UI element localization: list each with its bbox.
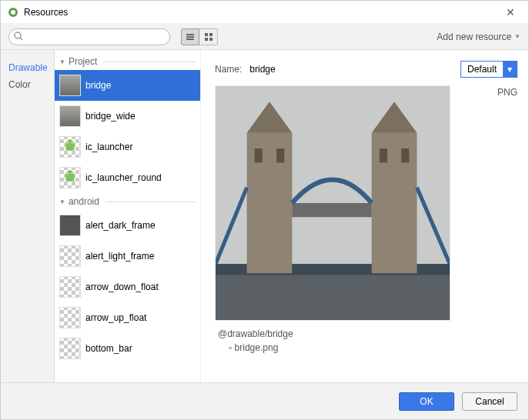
window-icon — [7, 6, 19, 18]
svg-point-1 — [11, 10, 15, 15]
grid-view-button[interactable] — [199, 28, 218, 45]
svg-rect-6 — [186, 38, 194, 40]
category-color[interactable]: Color — [8, 76, 54, 93]
svg-point-2 — [15, 32, 21, 38]
search-icon — [13, 31, 24, 44]
thumbnail — [59, 105, 81, 127]
resource-item[interactable]: alert_dark_frame — [55, 210, 200, 241]
preview-pane: Name: bridge Default ▾ PNG — [201, 50, 528, 382]
thumbnail — [59, 75, 81, 96]
svg-rect-27 — [380, 148, 387, 162]
svg-line-3 — [20, 38, 22, 40]
svg-rect-28 — [401, 148, 409, 162]
name-value: bridge — [249, 64, 275, 75]
resource-item[interactable]: bridge_wide — [55, 101, 200, 132]
config-dropdown[interactable]: Default ▾ — [460, 61, 517, 78]
resource-label: ic_launcher — [85, 142, 132, 152]
svg-rect-22 — [292, 203, 371, 217]
toolbar: Add new resource ▼ — [1, 24, 528, 50]
svg-rect-19 — [372, 133, 417, 273]
config-label: Default — [461, 64, 503, 75]
svg-rect-10 — [209, 38, 213, 41]
svg-point-11 — [67, 142, 69, 144]
preview-image — [215, 85, 450, 321]
resource-list[interactable]: ▼Projectbridgebridge_wideic_launcheric_l… — [55, 50, 201, 382]
svg-rect-16 — [216, 273, 450, 320]
titlebar: Resources ✕ — [1, 1, 528, 24]
thumbnail — [59, 136, 81, 158]
resource-label: alert_light_frame — [85, 251, 154, 262]
name-label: Name: — [215, 64, 242, 75]
resource-item[interactable]: bottom_bar — [55, 333, 200, 364]
thumbnail — [59, 167, 81, 188]
category-drawable[interactable]: Drawable — [8, 59, 54, 76]
close-icon[interactable]: ✕ — [499, 6, 522, 18]
resource-path: @drawable/bridge — [218, 328, 517, 339]
category-list: DrawableColor — [1, 50, 55, 382]
svg-rect-4 — [186, 34, 194, 35]
svg-rect-9 — [205, 38, 208, 41]
svg-rect-18 — [247, 133, 293, 273]
svg-point-13 — [67, 173, 69, 175]
resource-item[interactable]: alert_light_frame — [55, 241, 200, 272]
cancel-button[interactable]: Cancel — [462, 392, 517, 411]
resource-file: ▫ bridge.png — [229, 342, 517, 353]
svg-point-12 — [72, 142, 73, 144]
format-label: PNG — [497, 87, 517, 98]
resource-label: arrow_up_float — [85, 312, 146, 323]
svg-rect-7 — [205, 33, 208, 36]
svg-rect-26 — [276, 148, 284, 162]
svg-rect-25 — [255, 148, 263, 162]
search-wrap — [8, 28, 170, 45]
footer: OK Cancel — [1, 382, 528, 419]
list-view-button[interactable] — [181, 28, 199, 45]
thumbnail — [59, 307, 81, 328]
resource-label: bridge_wide — [85, 111, 136, 122]
add-resource-label: Add new resource — [437, 32, 511, 42]
resource-item[interactable]: arrow_down_float — [55, 272, 200, 302]
chevron-down-icon: ▼ — [514, 33, 521, 40]
content: DrawableColor ▼Projectbridgebridge_widei… — [1, 50, 528, 382]
resource-label: bottom_bar — [85, 343, 132, 354]
resource-item[interactable]: ic_launcher — [55, 132, 200, 162]
view-toggle — [181, 28, 218, 45]
ok-button[interactable]: OK — [399, 392, 454, 411]
resource-label: alert_dark_frame — [85, 220, 156, 231]
resource-item[interactable]: arrow_up_float — [55, 302, 200, 333]
resource-item[interactable]: ic_launcher_round — [55, 162, 200, 193]
group-header-android[interactable]: ▼android — [55, 193, 200, 210]
svg-rect-8 — [209, 33, 213, 36]
resource-label: bridge — [85, 80, 111, 91]
resource-label: arrow_down_float — [85, 282, 159, 292]
thumbnail — [59, 245, 81, 267]
svg-rect-5 — [186, 36, 194, 38]
window-title: Resources — [24, 7, 499, 18]
thumbnail — [59, 338, 81, 359]
svg-point-14 — [72, 173, 73, 175]
thumbnail — [59, 215, 81, 236]
add-resource-button[interactable]: Add new resource ▼ — [437, 32, 521, 42]
search-input[interactable] — [8, 28, 170, 45]
chevron-down-icon: ▾ — [503, 62, 517, 77]
resource-label: ic_launcher_round — [85, 172, 162, 183]
thumbnail — [59, 276, 81, 298]
chevron-down-icon: ▼ — [59, 58, 65, 65]
resource-item[interactable]: bridge — [55, 70, 200, 101]
group-header-project[interactable]: ▼Project — [55, 53, 200, 70]
chevron-down-icon: ▼ — [59, 198, 65, 205]
